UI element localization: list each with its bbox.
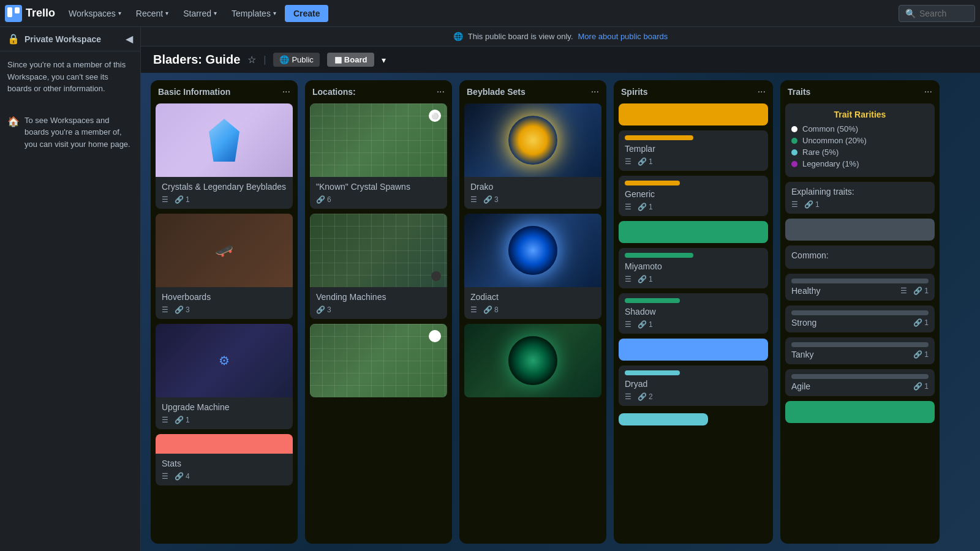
column-body-spirits: Templar ☰ 🔗 1 [614, 103, 773, 430]
card-generic[interactable]: Generic ☰ 🔗 1 [619, 176, 768, 216]
attachment-count: 3 [186, 305, 190, 314]
card-shadow[interactable]: Shadow ☰ 🔗 1 [619, 293, 768, 334]
uncommon-label: Uncommon (20%) [802, 136, 867, 145]
checklist-icon: ☰ [900, 287, 907, 295]
attachment-icon: 🔗 [638, 320, 647, 329]
rarity-rare: Rare (5%) [791, 148, 929, 157]
attachment-icon: 🔗 [316, 195, 325, 204]
common-label-bar [619, 103, 768, 126]
logo-text: Trello [26, 7, 55, 20]
checklist-icon: ☰ [625, 275, 631, 283]
star-button[interactable]: ☆ [247, 54, 256, 66]
card-meta: ☰ 🔗 1 [162, 416, 287, 424]
attachment-count: 1 [186, 416, 190, 424]
column-traits: Traits ··· Trait Rarities Common (50%) U… [780, 80, 940, 544]
card-strong[interactable]: Strong 🔗 1 [785, 305, 935, 332]
card-zodiact[interactable]: Zodiact ☰ 🔗 8 [464, 214, 601, 319]
checklist-icon: ☰ [162, 305, 168, 314]
column-header-spirits: Spirits ··· [614, 80, 773, 103]
starred-menu[interactable]: Starred ▾ [177, 6, 223, 21]
attachment-icon: 🔗 [638, 203, 647, 211]
card-crystals[interactable]: Crystals & Legendary Beyblades ☰ 🔗 1 [156, 103, 293, 209]
attachment-count: 3 [327, 305, 331, 314]
workspace-title: Private Workspace [24, 34, 101, 44]
chevron-down-icon: ▾ [273, 10, 276, 17]
card-title: Agile [791, 381, 810, 391]
board-view-button[interactable]: ▦ Board [327, 53, 375, 67]
checklist-icon: ☰ [625, 392, 631, 401]
sidebar: 🔒 Private Workspace ◀ Since you're not a… [0, 27, 141, 551]
checklist-icon: ☰ [791, 200, 798, 209]
trait-bar [791, 374, 929, 379]
trello-logo[interactable]: Trello [5, 5, 55, 22]
recent-menu[interactable]: Recent ▾ [130, 6, 175, 21]
card-title: "Known" Crystal Spawns [316, 182, 441, 192]
card-upgrade-machine[interactable]: ⚙ Upgrade Machine ☰ 🔗 1 [156, 324, 293, 429]
rare-label: Rare (5%) [802, 148, 839, 157]
attachment-icon: 🔗 [483, 195, 492, 204]
column-menu-button[interactable]: ··· [437, 86, 445, 97]
sidebar-message1: Since you're not a member of this Worksp… [7, 59, 133, 95]
main-content: 🌐 This public board is view only. More a… [141, 27, 980, 551]
sidebar-body: Since you're not a member of this Worksp… [0, 51, 140, 110]
column-body-basic-info: Crystals & Legendary Beyblades ☰ 🔗 1 [151, 103, 298, 490]
card-title: Dryad [625, 379, 762, 389]
card-title: Stats [162, 459, 287, 468]
lock-icon: 🔒 [7, 33, 20, 45]
column-beyblade-sets: Beyblade Sets ··· Drako ☰ [459, 80, 606, 544]
column-header-beyblade: Beyblade Sets ··· [459, 80, 606, 103]
column-body-locations: ⚪ "Known" Crystal Spawns 🔗 6 [305, 103, 452, 402]
column-menu-button[interactable]: ··· [758, 86, 766, 97]
card-title: Miyamoto [625, 261, 762, 271]
templates-menu[interactable]: Templates ▾ [225, 6, 282, 21]
attachment-icon: 🔗 [913, 350, 922, 359]
card-explaining-traits[interactable]: Explaining traits: ☰ 🔗 1 [785, 182, 935, 214]
globe-icon: 🌐 [279, 55, 289, 64]
card-vending-machines[interactable]: Vending Machines 🔗 3 [310, 214, 447, 319]
card-miyamoto[interactable]: Miyamoto ☰ 🔗 1 [619, 248, 768, 288]
card-healthy[interactable]: Healthy ☰ 🔗 1 [785, 274, 935, 301]
card-templar[interactable]: Templar ☰ 🔗 1 [619, 130, 768, 171]
legendary-label: Legendary (1%) [802, 159, 859, 168]
card-location-3[interactable] [310, 324, 447, 397]
card-title: Crystals & Legendary Beyblades [162, 182, 287, 192]
sidebar-home: 🏠 To see Workspaces and boards you're a … [0, 110, 140, 156]
chevron-down-icon: ▾ [214, 10, 217, 17]
attachment-count: 3 [494, 195, 499, 204]
search-box[interactable]: 🔍 [899, 5, 975, 22]
card-title: Generic [625, 189, 762, 199]
create-button[interactable]: Create [285, 5, 329, 22]
card-hoverboards[interactable]: 🛹 Hoverboards ☰ 🔗 3 [156, 214, 293, 319]
rarity-common: Common (50%) [791, 124, 929, 133]
card-beyblade-3[interactable] [464, 324, 601, 397]
uncommon-label-bar [619, 221, 768, 243]
column-menu-button[interactable]: ··· [591, 86, 599, 97]
card-title: Strong [791, 318, 816, 328]
card-crystal-spawns[interactable]: ⚪ "Known" Crystal Spawns 🔗 6 [310, 103, 447, 209]
common-dot [791, 126, 797, 132]
checklist-icon: ☰ [162, 195, 168, 204]
board-header: Bladers: Guide ☆ | 🌐 Public ▦ Board ▾ [141, 47, 980, 73]
sidebar-collapse-button[interactable]: ◀ [126, 33, 133, 45]
column-menu-button[interactable]: ··· [282, 86, 290, 97]
card-tanky[interactable]: Tanky 🔗 1 [785, 337, 935, 364]
attachment-icon: 🔗 [913, 287, 922, 295]
card-trait-rarities[interactable]: Trait Rarities Common (50%) Uncommon (20… [785, 103, 935, 177]
card-drako[interactable]: Drako ☰ 🔗 3 [464, 103, 601, 209]
card-title: Shadow [625, 307, 762, 317]
view-options-button[interactable]: ▾ [382, 55, 386, 65]
workspaces-menu[interactable]: Workspaces ▾ [62, 6, 127, 21]
search-input[interactable] [919, 9, 968, 18]
attachment-icon: 🔗 [316, 305, 325, 314]
card-title: Tanky [791, 350, 814, 359]
column-title: Locations: [312, 87, 356, 97]
column-title: Basic Information [158, 87, 230, 97]
public-boards-link[interactable]: More about public boards [578, 32, 668, 41]
card-dryad[interactable]: Dryad ☰ 🔗 2 [619, 365, 768, 406]
column-menu-button[interactable]: ··· [924, 86, 932, 97]
rare-label-bar [619, 339, 768, 361]
checklist-icon-group: ☰ [162, 195, 168, 204]
card-agile[interactable]: Agile 🔗 1 [785, 369, 935, 396]
visibility-button[interactable]: 🌐 Public [273, 53, 319, 67]
card-stats[interactable]: Stats ☰ 🔗 4 [156, 434, 293, 485]
